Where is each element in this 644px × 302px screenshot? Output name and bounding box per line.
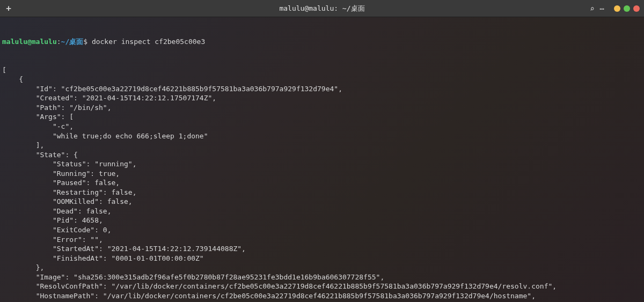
output-line: "HostnamePath": "/var/lib/docker/contain… — [2, 291, 642, 301]
prompt-user: malulu@malulu — [2, 38, 57, 46]
output-line: "FinishedAt": "0001-01-01T00:00:00Z" — [2, 254, 642, 263]
output-line: "Pid": 4658, — [2, 216, 642, 225]
command-text: docker inspect cf2be05c00e3 — [92, 38, 205, 46]
output-line: "Restarting": false, — [2, 188, 642, 197]
window-title: malulu@malulu: ~/桌面 — [0, 4, 644, 13]
prompt-path: ~/桌面 — [61, 38, 84, 46]
output-line: }, — [2, 263, 642, 272]
window-titlebar: + malulu@malulu: ~/桌面 ⌕ ⋯ — [0, 0, 644, 17]
output-line: "Running": true, — [2, 169, 642, 179]
output-line: "Id": "cf2be05c00e3a22719d8cef46221b885b… — [2, 84, 642, 94]
output-line: "OOMKilled": false, — [2, 197, 642, 207]
output-line: "Image": "sha256:300e315adb2f96afe5f0b27… — [2, 272, 642, 282]
output-line: "Path": "/bin/sh", — [2, 103, 642, 113]
new-tab-button[interactable]: + — [4, 4, 13, 13]
menu-icon[interactable]: ⋯ — [600, 4, 604, 13]
output-line: "-c", — [2, 122, 642, 131]
output-line: "Status": "running", — [2, 159, 642, 169]
prompt-suffix: $ — [83, 38, 92, 46]
output-line: "StartedAt": "2021-04-15T14:22:12.739144… — [2, 244, 642, 254]
output-line: "Created": "2021-04-15T14:22:12.17507174… — [2, 93, 642, 103]
output-line: "State": { — [2, 150, 642, 160]
prompt-line: malulu@malulu:~/桌面$ docker inspect cf2be… — [2, 37, 642, 47]
output-line: "Dead": false, — [2, 207, 642, 216]
prompt-sep: : — [57, 38, 61, 46]
search-icon[interactable]: ⌕ — [590, 4, 594, 13]
output-line: "Args": [ — [2, 112, 642, 122]
close-button[interactable] — [633, 5, 640, 12]
output-line: ], — [2, 141, 642, 150]
maximize-button[interactable] — [624, 5, 630, 12]
output-line: "ExitCode": 0, — [2, 225, 642, 235]
terminal-output[interactable]: malulu@malulu:~/桌面$ docker inspect cf2be… — [0, 17, 644, 302]
output-line: "while true;do echo 666;sleep 1;done" — [2, 131, 642, 141]
minimize-button[interactable] — [614, 5, 620, 12]
window-controls — [614, 5, 640, 12]
output-line: { — [2, 75, 642, 84]
output-line: "ResolvConfPath": "/var/lib/docker/conta… — [2, 282, 642, 291]
output-line: "Paused": false, — [2, 178, 642, 188]
output-line: "Error": "", — [2, 235, 642, 245]
output-line: [ — [2, 65, 642, 75]
